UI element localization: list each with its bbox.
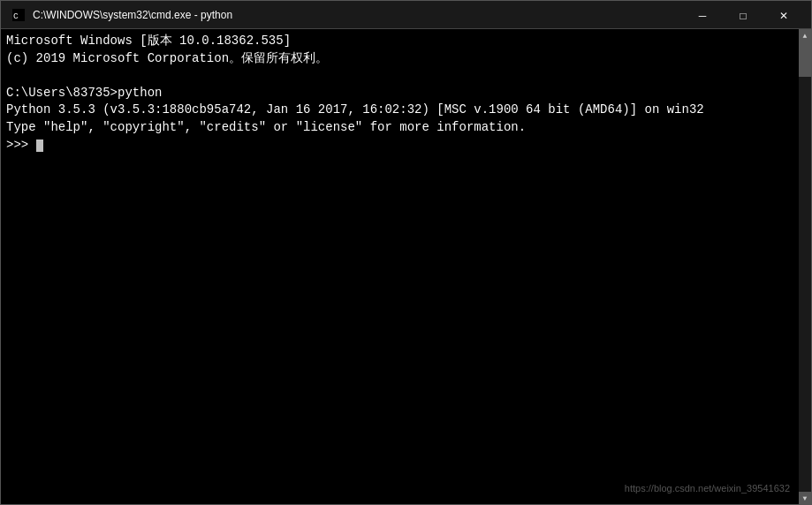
maximize-button[interactable] <box>723 1 763 29</box>
scrollbar-up-icon: ▲ <box>803 32 808 40</box>
scrollbar-up-button[interactable]: ▲ <box>799 29 811 41</box>
windows-copyright-line: (c) 2019 Microsoft Corporation。保留所有权利。 <box>6 50 793 68</box>
scrollbar-down-button[interactable]: ▼ <box>799 492 811 504</box>
python-hint-line: Type "help", "copyright", "credits" or "… <box>6 119 793 137</box>
title-bar: C C:\WINDOWS\system32\cmd.exe - python <box>1 1 811 29</box>
minimize-icon <box>699 8 707 22</box>
blank-line-1 <box>6 67 793 85</box>
close-button[interactable] <box>763 1 804 29</box>
scrollbar-down-icon: ▼ <box>803 494 808 502</box>
svg-text:C: C <box>13 11 19 21</box>
scrollbar-track[interactable] <box>799 41 811 492</box>
close-icon <box>779 8 788 22</box>
terminal-body[interactable]: Microsoft Windows [版本 10.0.18362.535] (c… <box>1 29 799 504</box>
prompt-text: >>> <box>6 138 36 152</box>
scrollbar[interactable]: ▲ ▼ <box>799 29 811 504</box>
cursor <box>36 139 43 152</box>
python-command-line: C:\Users\83735>python <box>6 85 793 102</box>
python-prompt-line[interactable]: >>> <box>6 137 793 155</box>
terminal-area: Microsoft Windows [版本 10.0.18362.535] (c… <box>1 29 811 504</box>
minimize-button[interactable] <box>682 1 723 29</box>
cmd-window: C C:\WINDOWS\system32\cmd.exe - python M… <box>0 0 812 505</box>
watermark: https://blog.csdn.net/weixin_39541632 <box>625 482 790 495</box>
python-version-line: Python 3.5.3 (v3.5.3:1880cb95a742, Jan 1… <box>6 102 793 119</box>
maximize-icon <box>740 8 746 22</box>
title-bar-left: C C:\WINDOWS\system32\cmd.exe - python <box>11 8 232 22</box>
windows-version-line: Microsoft Windows [版本 10.0.18362.535] <box>6 33 793 50</box>
window-title: C:\WINDOWS\system32\cmd.exe - python <box>33 9 232 21</box>
cmd-icon: C <box>11 8 26 22</box>
scrollbar-thumb[interactable] <box>799 41 811 77</box>
window-controls <box>682 1 804 29</box>
